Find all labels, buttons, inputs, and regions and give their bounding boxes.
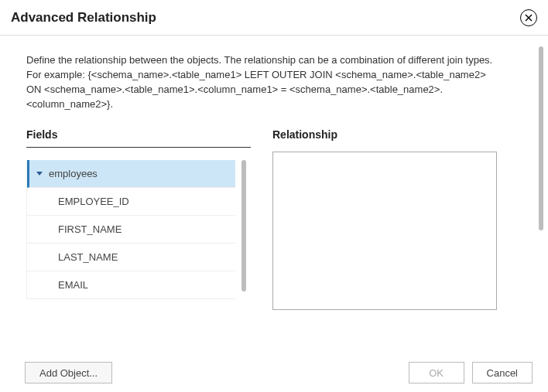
body-scrollbar[interactable] (539, 46, 543, 230)
tree-node-employees[interactable]: employees (27, 160, 235, 188)
relationship-heading: Relationship (272, 128, 497, 147)
columns: Fields employees EMPLOYEE_ID FIRST_NAME (26, 128, 529, 310)
cancel-button[interactable]: Cancel (472, 362, 533, 383)
close-button[interactable] (520, 9, 537, 26)
advanced-relationship-dialog: Advanced Relationship Define the relatio… (0, 0, 548, 392)
relationship-input[interactable] (272, 152, 497, 310)
dialog-body: Define the relationship between the obje… (0, 36, 548, 353)
chevron-down-icon (36, 172, 43, 176)
tree-field-employee-id[interactable]: EMPLOYEE_ID (27, 188, 235, 216)
tree-node-label: employees (49, 168, 98, 179)
fields-column: Fields employees EMPLOYEE_ID FIRST_NAME (26, 128, 251, 299)
fields-list-container: employees EMPLOYEE_ID FIRST_NAME LAST_NA… (26, 160, 251, 299)
fields-tree: employees EMPLOYEE_ID FIRST_NAME LAST_NA… (26, 160, 235, 299)
tree-field-last-name[interactable]: LAST_NAME (27, 244, 235, 271)
relationship-column: Relationship (272, 128, 497, 310)
description-text-1: Define the relationship between the obje… (26, 54, 492, 66)
tree-field-email[interactable]: EMAIL (27, 271, 235, 299)
add-object-button[interactable]: Add Object... (25, 362, 112, 383)
close-icon (525, 14, 533, 22)
dialog-titlebar: Advanced Relationship (0, 0, 548, 36)
tree-field-label: LAST_NAME (58, 251, 118, 263)
dialog-description: Define the relationship between the obje… (26, 53, 498, 111)
dialog-footer: Add Object... OK Cancel (0, 353, 548, 392)
description-text-2: For example: {<schema_name>.<table_name1… (26, 69, 486, 110)
tree-field-first-name[interactable]: FIRST_NAME (27, 216, 235, 244)
tree-field-label: EMPLOYEE_ID (58, 196, 129, 207)
dialog-title: Advanced Relationship (11, 10, 156, 26)
ok-button[interactable]: OK (409, 362, 464, 383)
fields-heading: Fields (26, 128, 251, 148)
tree-field-label: FIRST_NAME (58, 223, 122, 235)
fields-scrollbar[interactable] (241, 160, 246, 291)
tree-field-label: EMAIL (58, 279, 88, 291)
